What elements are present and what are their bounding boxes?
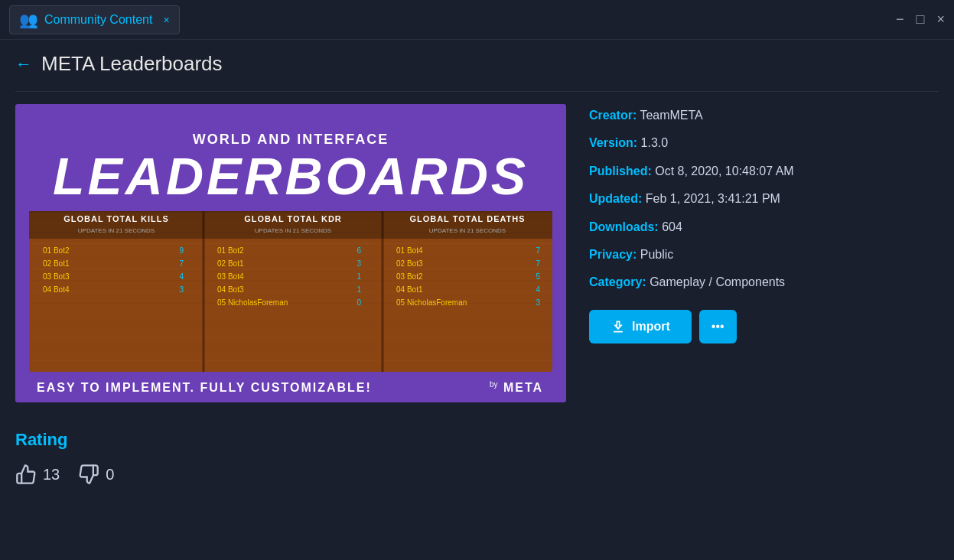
published-label: Published: (589, 164, 652, 177)
svg-text:1: 1 (357, 272, 361, 281)
svg-text:05  NicholasForeman: 05 NicholasForeman (217, 298, 288, 307)
svg-rect-13 (29, 314, 552, 315)
tab-close-button[interactable]: × (163, 14, 169, 26)
tab-label: Community Content (44, 13, 152, 27)
svg-text:05  NicholasForeman: 05 NicholasForeman (396, 298, 467, 307)
image-panel: WORLD AND INTERFACE LEADERBOARDS (15, 104, 566, 402)
creator-label: Creator: (589, 109, 637, 122)
category-value: Gameplay / Components (650, 275, 785, 288)
creator-row: Creator: TeamMETA (589, 107, 939, 124)
published-value: Oct 8, 2020, 10:48:07 AM (655, 164, 793, 177)
svg-text:3: 3 (536, 298, 540, 307)
svg-text:WORLD AND INTERFACE: WORLD AND INTERFACE (193, 132, 389, 147)
svg-text:03  Bot3: 03 Bot3 (43, 272, 70, 281)
svg-text:02  Bot1: 02 Bot1 (43, 259, 70, 268)
svg-text:4: 4 (536, 285, 540, 294)
import-button[interactable]: Import (589, 310, 692, 343)
thumbs-down-count: 0 (106, 466, 114, 483)
back-button[interactable]: ← (15, 54, 32, 74)
svg-text:0: 0 (357, 298, 361, 307)
svg-text:by: by (490, 380, 498, 389)
svg-text:7: 7 (536, 259, 540, 268)
back-nav: ← META Leaderboards (15, 52, 939, 76)
svg-text:GLOBAL TOTAL DEATHS: GLOBAL TOTAL DEATHS (409, 214, 525, 223)
svg-text:02  Bot1: 02 Bot1 (217, 259, 244, 268)
svg-text:01  Bot4: 01 Bot4 (396, 246, 423, 255)
privacy-value: Public (640, 248, 674, 261)
svg-text:7: 7 (536, 246, 540, 255)
updated-value: Feb 1, 2021, 3:41:21 PM (646, 192, 780, 205)
thumbs-down-icon (78, 464, 99, 485)
rating-title: Rating (15, 430, 939, 450)
downloads-row: Downloads: 604 (589, 219, 939, 236)
svg-text:UPDATES IN 21 SECONDS: UPDATES IN 21 SECONDS (255, 227, 331, 234)
svg-text:7: 7 (179, 259, 184, 268)
svg-text:3: 3 (179, 285, 184, 294)
divider (15, 91, 939, 92)
more-options-button[interactable]: ••• (699, 310, 737, 343)
thumbs-up-button[interactable]: 13 (15, 464, 60, 485)
svg-text:META: META (503, 381, 543, 394)
svg-rect-10 (29, 280, 552, 281)
preview-image: WORLD AND INTERFACE LEADERBOARDS (15, 104, 566, 402)
close-button[interactable]: × (936, 11, 945, 28)
rating-section: Rating 13 0 (15, 424, 939, 485)
privacy-row: Privacy: Public (589, 246, 939, 263)
published-row: Published: Oct 8, 2020, 10:48:07 AM (589, 163, 939, 180)
svg-text:04  Bot4: 04 Bot4 (43, 285, 70, 294)
downloads-label: Downloads: (589, 220, 659, 233)
svg-rect-8 (29, 257, 552, 258)
svg-text:04  Bot3: 04 Bot3 (217, 285, 244, 294)
more-label: ••• (711, 320, 724, 333)
svg-text:1: 1 (357, 285, 361, 294)
rating-buttons: 13 0 (15, 464, 939, 485)
svg-text:01  Bot2: 01 Bot2 (43, 246, 70, 255)
svg-text:9: 9 (179, 246, 184, 255)
category-row: Category: Gameplay / Components (589, 274, 939, 291)
svg-rect-12 (29, 303, 552, 304)
svg-rect-17 (29, 360, 552, 361)
action-buttons: Import ••• (589, 310, 939, 343)
svg-text:01  Bot2: 01 Bot2 (217, 246, 244, 255)
svg-text:3: 3 (357, 259, 361, 268)
version-value: 1.3.0 (641, 136, 669, 149)
svg-text:EASY TO IMPLEMENT. FULLY CUSTO: EASY TO IMPLEMENT. FULLY CUSTOMIZABLE! (37, 381, 372, 394)
category-label: Category: (589, 275, 646, 288)
content-area: ← META Leaderboards WORLD AND INTERFACE … (0, 40, 954, 497)
svg-text:02  Bot3: 02 Bot3 (396, 259, 423, 268)
info-panel: Creator: TeamMETA Version: 1.3.0 Publish… (589, 104, 939, 343)
version-label: Version: (589, 136, 637, 149)
version-row: Version: 1.3.0 (589, 135, 939, 151)
titlebar: 👥 Community Content × − □ × (0, 0, 954, 40)
import-label: Import (632, 320, 670, 334)
svg-rect-15 (29, 337, 552, 338)
svg-text:LEADERBOARDS: LEADERBOARDS (53, 147, 529, 205)
downloads-value: 604 (662, 220, 682, 233)
svg-text:03  Bot2: 03 Bot2 (396, 272, 423, 281)
window-controls: − □ × (896, 11, 945, 28)
community-content-tab[interactable]: 👥 Community Content × (9, 5, 180, 34)
leaderboard-preview-svg: WORLD AND INTERFACE LEADERBOARDS (15, 104, 566, 402)
svg-text:UPDATES IN 21 SECONDS: UPDATES IN 21 SECONDS (429, 227, 506, 234)
creator-value: TeamMETA (640, 109, 702, 122)
maximize-button[interactable]: □ (917, 11, 925, 28)
svg-rect-11 (29, 291, 552, 292)
thumbs-down-button[interactable]: 0 (78, 464, 114, 485)
thumbs-up-count: 13 (43, 466, 60, 483)
svg-rect-9 (29, 269, 552, 269)
updated-row: Updated: Feb 1, 2021, 3:41:21 PM (589, 190, 939, 207)
svg-text:03  Bot4: 03 Bot4 (217, 272, 244, 281)
svg-text:6: 6 (357, 246, 361, 255)
privacy-label: Privacy: (589, 248, 637, 261)
svg-text:GLOBAL TOTAL KILLS: GLOBAL TOTAL KILLS (63, 214, 169, 223)
main-layout: WORLD AND INTERFACE LEADERBOARDS (15, 104, 939, 402)
updated-label: Updated: (589, 192, 642, 205)
svg-text:GLOBAL TOTAL KDR: GLOBAL TOTAL KDR (244, 214, 342, 223)
svg-text:04  Bot1: 04 Bot1 (396, 285, 423, 294)
svg-rect-14 (29, 326, 552, 327)
svg-text:5: 5 (536, 272, 540, 281)
thumbs-up-icon (15, 464, 37, 485)
svg-text:UPDATES IN 21 SECONDS: UPDATES IN 21 SECONDS (78, 227, 155, 234)
import-icon (610, 319, 626, 334)
minimize-button[interactable]: − (896, 11, 904, 28)
